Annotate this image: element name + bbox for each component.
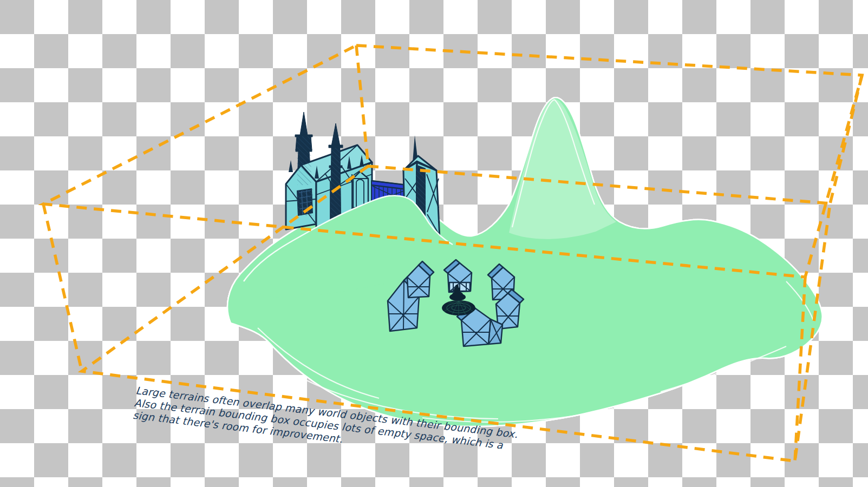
- transparent-canvas: { "annotation": { "lines": [ "Large terr…: [0, 0, 868, 487]
- mountain-highlight: [509, 99, 616, 239]
- illustration-3d-scene: [0, 0, 868, 487]
- castle-tower-small: [353, 172, 368, 208]
